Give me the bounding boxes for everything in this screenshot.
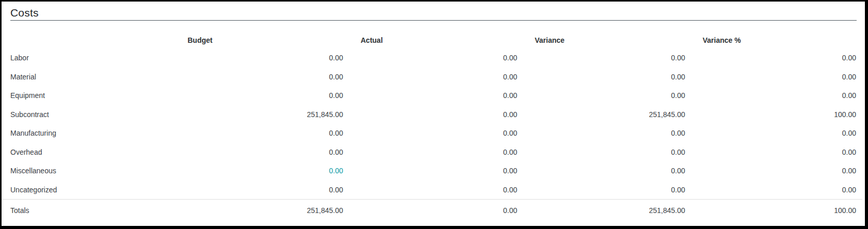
costs-table: Budget Actual Variance Variance % Labor … bbox=[2, 21, 862, 222]
cell-budget: 251,845.00 bbox=[172, 105, 345, 124]
totals-variance: 251,845.00 bbox=[519, 199, 687, 222]
cell-actual: 0.00 bbox=[345, 105, 519, 124]
column-header-empty bbox=[2, 21, 172, 48]
cell-variance-pct: 100.00 bbox=[687, 105, 862, 124]
cell-actual: 0.00 bbox=[345, 181, 519, 200]
table-row-manufacturing: Manufacturing 0.00 0.00 0.00 0.00 bbox=[2, 124, 862, 143]
row-label: Manufacturing bbox=[2, 124, 172, 143]
column-header-budget: Budget bbox=[172, 21, 345, 48]
table-row-labor: Labor 0.00 0.00 0.00 0.00 bbox=[2, 48, 862, 68]
cell-variance-pct: 0.00 bbox=[687, 181, 862, 200]
cell-variance: 0.00 bbox=[519, 86, 687, 105]
table-row-uncategorized: Uncategorized 0.00 0.00 0.00 0.00 bbox=[2, 181, 862, 200]
column-header-row: Budget Actual Variance Variance % bbox=[2, 21, 862, 48]
cell-budget: 0.00 bbox=[172, 181, 345, 200]
cell-budget: 0.00 bbox=[172, 143, 345, 162]
column-header-variance: Variance bbox=[519, 21, 687, 48]
cell-actual: 0.00 bbox=[345, 161, 519, 181]
totals-variance-pct: 100.00 bbox=[687, 199, 862, 222]
row-label: Labor bbox=[2, 48, 172, 68]
row-label: Equipment bbox=[2, 86, 172, 105]
cell-actual: 0.00 bbox=[345, 124, 519, 143]
table-row-subcontract: Subcontract 251,845.00 0.00 251,845.00 1… bbox=[2, 105, 862, 124]
cell-variance: 0.00 bbox=[519, 68, 687, 87]
totals-budget: 251,845.00 bbox=[172, 199, 345, 222]
cell-budget: 0.00 bbox=[172, 86, 345, 105]
cell-actual: 0.00 bbox=[345, 48, 519, 68]
cell-variance-pct: 0.00 bbox=[687, 68, 862, 87]
costs-panel: Costs Budget Actual Variance Variance % … bbox=[0, 0, 868, 229]
totals-label: Totals bbox=[2, 199, 172, 222]
table-row-miscellaneous: Miscellaneous 0.00 0.00 0.00 0.00 bbox=[2, 161, 862, 181]
table-row-material: Material 0.00 0.00 0.00 0.00 bbox=[2, 68, 862, 87]
cell-variance: 0.00 bbox=[519, 143, 687, 162]
cell-budget: 0.00 bbox=[172, 124, 345, 143]
cell-actual: 0.00 bbox=[345, 143, 519, 162]
totals-actual: 0.00 bbox=[345, 199, 519, 222]
cell-variance: 0.00 bbox=[519, 124, 687, 143]
row-label: Subcontract bbox=[2, 105, 172, 124]
row-label: Miscellaneous bbox=[2, 161, 172, 181]
row-label: Uncategorized bbox=[2, 181, 172, 200]
cell-variance: 0.00 bbox=[519, 181, 687, 200]
cell-variance: 251,845.00 bbox=[519, 105, 687, 124]
row-label: Overhead bbox=[2, 143, 172, 162]
cell-variance: 0.00 bbox=[519, 161, 687, 181]
cell-variance-pct: 0.00 bbox=[687, 48, 862, 68]
column-header-actual: Actual bbox=[345, 21, 519, 48]
cell-variance: 0.00 bbox=[519, 48, 687, 68]
cell-actual: 0.00 bbox=[345, 86, 519, 105]
drilldown-link-miscellaneous-budget[interactable]: 0.00 bbox=[329, 167, 343, 175]
table-row-overhead: Overhead 0.00 0.00 0.00 0.00 bbox=[2, 143, 862, 162]
section-header: Costs bbox=[2, 2, 865, 20]
cell-variance-pct: 0.00 bbox=[687, 161, 862, 181]
cell-budget: 0.00 bbox=[172, 68, 345, 87]
cell-variance-pct: 0.00 bbox=[687, 86, 862, 105]
column-header-variance-pct: Variance % bbox=[687, 21, 862, 48]
cell-variance-pct: 0.00 bbox=[687, 124, 862, 143]
table-row-equipment: Equipment 0.00 0.00 0.00 0.00 bbox=[2, 86, 862, 105]
cell-budget: 0.00 bbox=[172, 48, 345, 68]
row-label: Material bbox=[2, 68, 172, 87]
page-title: Costs bbox=[10, 6, 857, 20]
cell-variance-pct: 0.00 bbox=[687, 143, 862, 162]
cell-actual: 0.00 bbox=[345, 68, 519, 87]
table-row-totals: Totals 251,845.00 0.00 251,845.00 100.00 bbox=[2, 199, 862, 222]
